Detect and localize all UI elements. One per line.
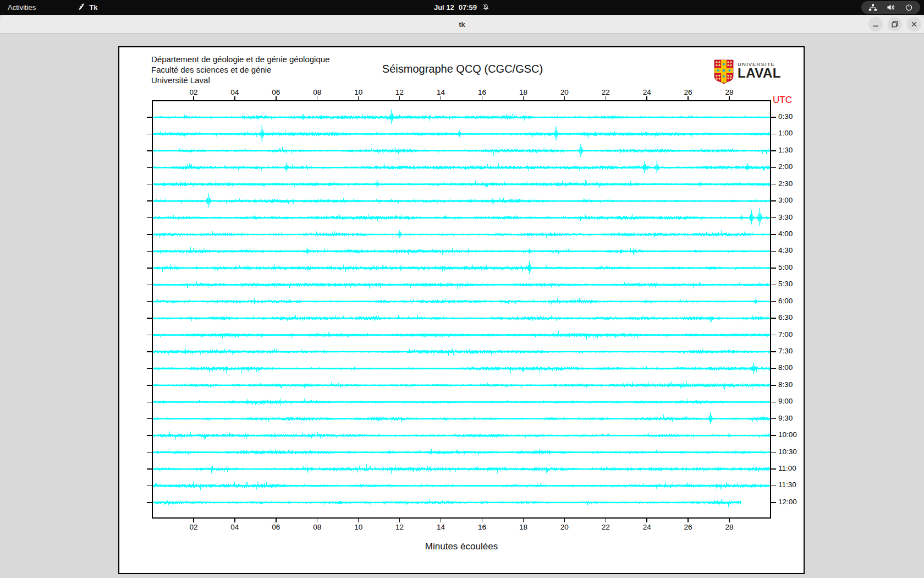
row-tick-left (147, 418, 152, 419)
volume-icon (887, 3, 895, 12)
utc-row-label: 10:00 (778, 430, 797, 440)
row-tick-right (771, 385, 776, 386)
window-title: tk (0, 15, 924, 34)
x-tick-label-bottom: 02 (184, 523, 203, 531)
seismograph-canvas: Département de géologie et de génie géol… (118, 46, 805, 574)
x-tick-label-top: 20 (555, 88, 574, 96)
system-status-menu[interactable] (861, 1, 920, 14)
row-tick-right (771, 486, 776, 487)
laval-logo-text: UNIVERSITÉ LAVAL (738, 59, 781, 86)
row-tick-right (771, 318, 776, 319)
seismogram-traces (153, 101, 770, 517)
row-tick-left (147, 134, 152, 135)
row-tick-right (771, 468, 776, 470)
x-tick-label-bottom: 12 (391, 523, 409, 531)
row-tick-left (147, 368, 152, 369)
row-tick-right (771, 217, 776, 219)
maximize-button[interactable] (888, 17, 902, 31)
utc-row-label: 4:30 (778, 246, 793, 256)
x-tick-label-top: 14 (432, 88, 450, 96)
x-tick-label-bottom: 20 (555, 523, 574, 531)
row-tick-left (147, 335, 152, 336)
clock-label: Jul 12 07:59 (434, 3, 477, 12)
activities-button[interactable]: Activities (0, 0, 43, 15)
x-tick-label-bottom: 16 (472, 523, 491, 531)
row-tick-right (771, 301, 776, 302)
activities-label: Activities (8, 3, 36, 12)
x-tick-label-top: 12 (391, 88, 409, 96)
x-tick-label-bottom: 04 (226, 523, 244, 531)
power-icon (905, 3, 913, 12)
row-tick-left (147, 318, 152, 319)
minimize-button[interactable] (868, 17, 883, 31)
clock-menu-button[interactable]: Jul 12 07:59 (434, 0, 490, 15)
row-tick-right (771, 200, 776, 201)
row-tick-right (771, 184, 776, 185)
row-tick-left (147, 301, 152, 302)
row-tick-left (147, 184, 152, 185)
x-tick-top (729, 96, 730, 101)
row-tick-right (771, 368, 776, 369)
gnome-top-bar: Activities Tk Jul 12 07:59 (0, 0, 924, 15)
x-tick-bottom (688, 518, 689, 522)
row-tick-right (771, 134, 776, 135)
x-tick-label-bottom: 22 (596, 523, 615, 531)
row-tick-right (771, 268, 776, 269)
x-tick-label-top: 02 (184, 88, 203, 96)
x-tick-label-bottom: 10 (349, 523, 368, 531)
row-tick-right (771, 251, 776, 252)
row-tick-left (147, 117, 152, 118)
row-tick-right (771, 452, 776, 453)
utc-row-label: 5:00 (778, 263, 793, 273)
tk-feather-icon (78, 3, 85, 13)
row-tick-right (771, 435, 776, 436)
row-tick-left (147, 200, 152, 201)
window-title-bar[interactable]: tk (0, 15, 924, 34)
utc-row-label: 9:30 (778, 414, 793, 424)
x-tick-bottom (234, 518, 235, 522)
utc-row-label: 6:00 (778, 297, 793, 307)
x-tick-bottom (317, 518, 318, 522)
x-tick-label-bottom: 08 (308, 523, 327, 531)
app-name-label: Tk (89, 3, 97, 12)
row-tick-left (147, 402, 152, 403)
x-tick-top (564, 96, 565, 101)
x-tick-bottom (564, 518, 565, 522)
page-title: Séismographe QCQ (CGC/GSC) (119, 63, 806, 75)
close-icon[interactable] (907, 17, 921, 31)
running-app-indicator[interactable]: Tk (78, 3, 97, 13)
utc-row-label: 1:30 (778, 146, 793, 156)
x-tick-top (193, 96, 194, 101)
row-tick-left (147, 285, 152, 286)
x-tick-label-top: 18 (514, 88, 532, 96)
utc-row-label: 6:30 (778, 313, 793, 323)
x-tick-top (646, 96, 647, 101)
x-tick-label-bottom: 06 (267, 523, 285, 531)
row-tick-right (771, 402, 776, 403)
utc-row-label: 4:00 (778, 230, 793, 239)
row-tick-right (771, 117, 776, 118)
clock-date: Jul 12 (434, 3, 454, 12)
utc-row-label: 10:30 (778, 448, 797, 457)
utc-row-label: 1:00 (778, 129, 793, 139)
row-tick-right (771, 285, 776, 286)
x-tick-top (234, 96, 235, 101)
x-tick-label-top: 10 (349, 88, 368, 96)
utc-row-label: 3:30 (778, 213, 793, 223)
wired-network-icon (868, 3, 877, 12)
laval-shield-icon (714, 59, 734, 86)
row-tick-left (147, 167, 152, 168)
x-tick-bottom (358, 518, 359, 522)
x-tick-bottom (399, 518, 400, 522)
row-tick-left (147, 468, 152, 470)
utc-row-label: 0:30 (778, 112, 793, 122)
x-tick-top (441, 96, 442, 101)
row-tick-left (147, 234, 152, 235)
row-tick-left (147, 150, 152, 151)
x-tick-label-bottom: 26 (679, 523, 697, 531)
row-tick-right (771, 351, 776, 352)
utc-row-label: 11:00 (778, 464, 796, 474)
row-tick-right (771, 150, 776, 151)
x-tick-bottom (482, 518, 483, 522)
bell-muted-icon (482, 3, 490, 13)
